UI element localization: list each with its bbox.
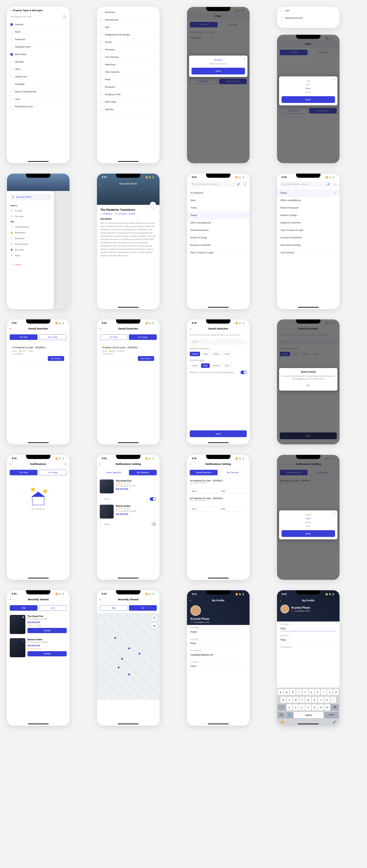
checkbox[interactable] (10, 75, 13, 78)
key-j[interactable]: j (318, 696, 323, 703)
tab-for-lease[interactable]: For Lease (39, 334, 67, 340)
subtype-row[interactable]: Service (97, 38, 160, 46)
back-icon[interactable]: ‹ (10, 327, 11, 330)
heart-icon[interactable]: ❤ (22, 616, 24, 619)
close-icon[interactable]: ✕ (333, 78, 335, 81)
release-toggle[interactable] (241, 371, 247, 374)
search-input[interactable]: 🔍 Enter keyword to search 🎤 (280, 181, 332, 187)
checkbox[interactable] (101, 56, 103, 58)
row-land[interactable]: Land⌄ (277, 7, 340, 14)
property-card[interactable]: ♡ Deluxe Suites › 📍 Los Angeles, CA 9003… (7, 636, 69, 659)
checkbox[interactable] (101, 86, 103, 88)
close-icon[interactable]: ✕ (333, 512, 335, 515)
back-icon[interactable]: ‹ (100, 327, 101, 330)
tab-for-sale[interactable]: For Sale (10, 334, 37, 340)
frequency-dropdown[interactable]: Istant⌄ (190, 506, 217, 512)
property-type-row[interactable]: Hospitality⌄ (7, 81, 69, 88)
alert-toggle[interactable] (150, 497, 156, 501)
property-type-row[interactable]: Residential Income⌄ (7, 103, 69, 111)
property-type-row[interactable]: Healthy Care⌄ (7, 73, 69, 81)
done-button[interactable]: Done (282, 530, 335, 537)
key-z[interactable]: z (286, 704, 292, 711)
checkbox[interactable] (10, 68, 13, 70)
alert-toggle[interactable] (150, 523, 156, 526)
keyboard[interactable]: qwertyuiop asdfghjkl ⇧ zxcvbnm ⌫ 123 🌐 s… (277, 688, 340, 726)
subtype-row[interactable]: R&D (97, 24, 160, 31)
done-button[interactable]: Done (282, 96, 335, 103)
email-input[interactable]: krystalpham@gmail.com (191, 652, 246, 658)
edit-icon[interactable]: ✎ (139, 346, 140, 349)
property-type-row[interactable]: Retail⌄ (97, 76, 160, 83)
checkbox[interactable] (101, 26, 103, 28)
key-f[interactable]: f (299, 696, 305, 703)
frequency-pill[interactable]: None (223, 352, 232, 356)
close-icon[interactable]: ✕ (243, 182, 247, 186)
row-residential[interactable]: Residential Income⌄ (277, 14, 340, 22)
sidebar-item[interactable]: ♡Saved Searches (7, 224, 54, 230)
first-name-input[interactable]: Kryst| (280, 626, 336, 631)
category-row[interactable]: Industrial & Warehouse (277, 234, 340, 242)
key-b[interactable]: b (312, 704, 317, 711)
key-r[interactable]: r (296, 689, 302, 695)
key-return[interactable]: return (324, 712, 339, 718)
sidebar-item[interactable]: ℹAbout (7, 253, 54, 258)
search-input[interactable]: 🔍 Enter keyword to search 🎤 (190, 181, 242, 187)
subtype-row[interactable]: Warehouse (97, 61, 160, 68)
freq-option[interactable]: None (282, 524, 335, 528)
checkbox[interactable] (10, 53, 13, 56)
sidebar-item[interactable]: 🏷For Lease (7, 214, 54, 219)
back-icon[interactable]: ‹ (100, 462, 101, 466)
sidebar-item[interactable]: 🕐Recent Viewed (7, 241, 54, 247)
back-icon[interactable]: ‹ (10, 9, 10, 12)
checkbox[interactable] (101, 11, 103, 13)
freq-option[interactable]: Weekly (282, 521, 335, 524)
checkbox[interactable] (101, 93, 103, 96)
key-h[interactable]: h (312, 696, 317, 703)
property-type-row[interactable]: Industrial⌄ (7, 21, 69, 28)
subtype-row[interactable]: Truck Terminal (97, 54, 160, 61)
property-type-row[interactable]: Multi-Family⌄ (97, 98, 160, 106)
category-row[interactable]: Retail & Restaurant (277, 204, 340, 212)
key-i[interactable]: i (321, 689, 327, 695)
key-s[interactable]: s (287, 696, 292, 703)
first-name-input[interactable]: Krystal (191, 629, 246, 635)
key-d[interactable]: d (293, 696, 299, 703)
back-icon[interactable]: ‹ (10, 597, 11, 601)
key-q[interactable]: q (278, 689, 283, 695)
checkbox[interactable] (10, 23, 13, 26)
back-icon[interactable]: ‹ (280, 599, 281, 602)
property-type-row[interactable]: Shopping Center⌄ (97, 91, 160, 98)
checkbox[interactable] (101, 19, 103, 21)
price-option[interactable]: $/Unit (282, 90, 335, 94)
category-row[interactable]: Retail & Restaurant (187, 226, 250, 234)
run-search-button[interactable]: Run Search (48, 356, 64, 361)
clear-icon[interactable]: ✕ (62, 15, 66, 19)
price-option[interactable]: $/SF (282, 83, 335, 87)
frequency-dropdown[interactable]: Daily⌄ (219, 489, 247, 494)
last-name-input[interactable]: Pham (280, 637, 336, 643)
key-y[interactable]: y (309, 689, 314, 695)
option-all-dates[interactable]: All Dates (192, 58, 245, 62)
subtype-row[interactable]: Other Industrial (97, 68, 160, 76)
checkbox[interactable] (101, 78, 103, 81)
checkbox[interactable] (101, 41, 103, 43)
frequency-pill[interactable]: Daily (201, 352, 210, 356)
sidebar-item[interactable]: ♡My favorist (7, 236, 54, 241)
close-icon[interactable]: ✕ (243, 57, 245, 60)
key-g[interactable]: g (306, 696, 311, 703)
checkbox[interactable] (101, 108, 103, 111)
category-row[interactable]: Land Investing (277, 249, 340, 256)
back-icon[interactable]: ‹ (190, 327, 191, 330)
checkbox[interactable] (101, 498, 103, 500)
locate-button[interactable]: ⦿ (151, 615, 158, 621)
back-icon[interactable]: ‹ (10, 462, 11, 466)
checkbox[interactable] (10, 98, 13, 100)
key-globe[interactable]: 🌐 (286, 712, 293, 718)
checkbox[interactable] (10, 31, 13, 33)
category-row[interactable]: Buildout & Design (187, 234, 250, 242)
checkbox[interactable] (101, 71, 103, 73)
checkbox[interactable] (10, 61, 13, 63)
key-p[interactable]: p (333, 689, 339, 695)
key-k[interactable]: k (324, 696, 330, 703)
price-option[interactable]: Total (282, 79, 335, 83)
